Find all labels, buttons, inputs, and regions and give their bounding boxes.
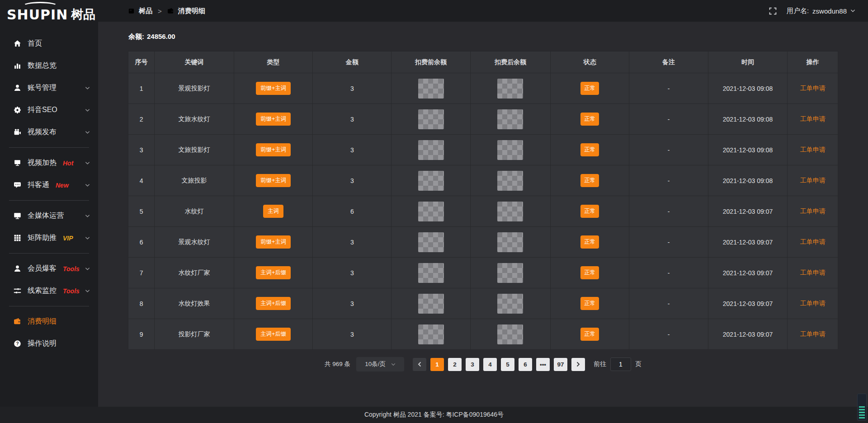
action-cell: 工单申请	[788, 73, 838, 104]
pre-balance-cell	[392, 288, 470, 319]
chevron-down-icon	[85, 131, 90, 134]
time-cell: 2021-12-03 09:07	[708, 258, 788, 288]
type-badge: 主词+后缀	[256, 297, 291, 310]
pre-balance-cell	[392, 165, 470, 196]
app-window: SHUPIN 树品 首页数据总览账号管理抖音SEO视频发布视频加热Hot抖客通N…	[0, 0, 868, 423]
sidebar-divider	[9, 200, 89, 201]
remark-cell: -	[629, 165, 708, 196]
work-order-link[interactable]: 工单申请	[800, 238, 826, 245]
home-icon	[14, 40, 21, 47]
work-order-link[interactable]: 工单申请	[800, 85, 826, 92]
chevron-down-icon	[85, 161, 90, 165]
status-badge: 正常	[580, 235, 599, 249]
goto-page-input[interactable]	[610, 357, 631, 371]
work-order-link[interactable]: 工单申请	[800, 177, 826, 184]
blurred-balance	[497, 171, 523, 191]
action-cell: 工单申请	[788, 258, 838, 288]
post-balance-cell	[470, 319, 550, 350]
sidebar-item-douketong[interactable]: 抖客通New	[0, 174, 98, 196]
user-dropdown[interactable]: 用户名: zswodun88	[787, 7, 855, 15]
sidebar-item-omnimedia-operation[interactable]: 全媒体运营	[0, 205, 98, 227]
page-button-4[interactable]: 4	[483, 358, 497, 371]
chevron-left-icon	[418, 362, 421, 367]
time-cell: 2021-12-03 09:08	[708, 135, 788, 165]
consumption-table: 序号关键词类型金额扣费前余额扣费后余额状态备注时间操作 1景观投影灯前缀+主词3…	[128, 51, 838, 350]
work-order-link[interactable]: 工单申请	[800, 269, 826, 276]
page-button-6[interactable]: 6	[519, 358, 532, 371]
table-row: 5水纹灯主词6正常-2021-12-03 09:07工单申请	[128, 196, 838, 227]
work-order-link[interactable]: 工单申请	[800, 330, 826, 338]
blurred-balance	[418, 140, 444, 160]
blurred-balance	[418, 171, 444, 191]
work-order-link[interactable]: 工单申请	[800, 207, 826, 215]
work-order-link[interactable]: 工单申请	[800, 300, 826, 307]
username-value: zswodun88	[812, 7, 847, 15]
wallet-icon	[14, 318, 21, 325]
page-button-97[interactable]: 97	[554, 358, 567, 371]
remark-cell: -	[629, 135, 708, 165]
sidebar-item-lead-monitor[interactable]: 线索监控Tools	[0, 280, 98, 302]
sidebar-item-label: 账号管理	[28, 83, 57, 93]
chevron-down-icon	[85, 183, 90, 187]
index-cell: 9	[128, 319, 155, 350]
chevron-down-icon	[85, 108, 90, 112]
sidebar-item-video-heat[interactable]: 视频加热Hot	[0, 152, 98, 174]
type-cell: 主词+后缀	[234, 319, 312, 350]
sidebar-item-account-management[interactable]: 账号管理	[0, 77, 98, 99]
page-size-select[interactable]: 10条/页	[356, 357, 404, 371]
page-button-5[interactable]: 5	[501, 358, 514, 371]
goto-label: 前往	[594, 360, 606, 368]
fullscreen-icon[interactable]	[769, 7, 777, 15]
page-button-1[interactable]: 1	[430, 358, 444, 371]
sidebar-item-consumption-details[interactable]: 消费明细	[0, 310, 98, 333]
videocam-icon	[14, 128, 21, 136]
column-header: 类型	[234, 52, 312, 73]
svg-text:?: ?	[16, 341, 19, 346]
sidebar-badge-vip: VIP	[63, 235, 73, 242]
sidebar-badge-new: New	[56, 182, 69, 189]
sidebar-item-video-publish[interactable]: 视频发布	[0, 121, 98, 143]
status-cell: 正常	[551, 258, 629, 288]
side-float-widget[interactable]	[857, 394, 867, 421]
balance-value: 24856.00	[147, 33, 175, 40]
sidebar-item-home[interactable]: 首页	[0, 33, 98, 55]
time-cell: 2021-12-03 09:07	[708, 319, 788, 350]
sidebar-item-matrix-boost[interactable]: 矩阵助推VIP	[0, 227, 98, 249]
comment-icon	[14, 181, 21, 189]
time-cell: 2021-12-03 09:08	[708, 165, 788, 196]
next-page-button[interactable]	[571, 358, 585, 371]
page-ellipsis-button[interactable]: •••	[536, 358, 550, 371]
topbar: 树品 > 消费明细 用户名: zswodun88	[98, 0, 868, 22]
user-icon	[14, 265, 21, 273]
breadcrumb-app[interactable]: 树品	[139, 7, 152, 15]
sidebar-item-label: 矩阵助推	[28, 233, 57, 243]
action-cell: 工单申请	[788, 104, 838, 135]
sidebar-badge-tools: Tools	[63, 287, 80, 295]
sidebar-item-data-overview[interactable]: 数据总览	[0, 55, 98, 77]
sidebar-item-operation-guide[interactable]: ?操作说明	[0, 333, 98, 355]
index-cell: 6	[128, 227, 155, 258]
previous-page-button[interactable]	[413, 358, 426, 371]
sidebar-item-member-baoke[interactable]: 会员爆客Tools	[0, 258, 98, 280]
index-cell: 7	[128, 258, 155, 288]
type-badge: 主词+后缀	[256, 266, 291, 279]
blurred-balance	[418, 263, 444, 283]
type-cell: 前缀+主词	[234, 135, 312, 165]
brand-logo[interactable]: SHUPIN 树品	[0, 0, 98, 29]
index-cell: 1	[128, 73, 155, 104]
keyword-cell: 景观投影灯	[155, 73, 234, 104]
work-order-link[interactable]: 工单申请	[800, 146, 826, 153]
type-badge: 前缀+主词	[256, 143, 291, 156]
sidebar-item-douyin-seo[interactable]: 抖音SEO	[0, 99, 98, 121]
page-button-2[interactable]: 2	[448, 358, 462, 371]
sidebar-badge-hot: Hot	[63, 160, 73, 167]
page-button-3[interactable]: 3	[466, 358, 479, 371]
status-badge: 正常	[580, 205, 599, 218]
breadcrumb: 树品 > 消费明细	[128, 7, 205, 15]
index-cell: 4	[128, 165, 155, 196]
sidebar-item-label: 线索监控	[28, 286, 57, 296]
pre-balance-cell	[392, 258, 470, 288]
work-order-link[interactable]: 工单申请	[800, 115, 826, 122]
blurred-balance	[418, 232, 444, 252]
breadcrumb-separator: >	[158, 7, 162, 15]
